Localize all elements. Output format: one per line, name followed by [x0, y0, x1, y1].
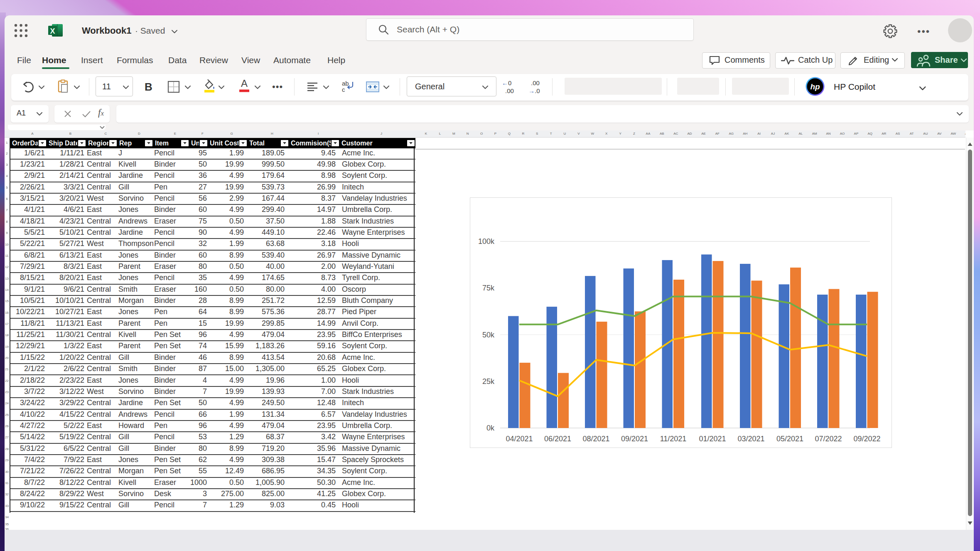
svg-text:08/2021: 08/2021 [582, 435, 609, 443]
svg-text:25k: 25k [482, 377, 495, 386]
svg-text:04/2021: 04/2021 [506, 435, 533, 443]
svg-text:50k: 50k [482, 331, 495, 339]
svg-text:09/2022: 09/2022 [853, 435, 880, 443]
svg-text:09/2021: 09/2021 [621, 435, 648, 443]
svg-text:hp: hp [810, 82, 820, 91]
svg-text:100k: 100k [478, 237, 495, 246]
svg-text:0k: 0k [486, 424, 495, 432]
svg-text:75k: 75k [482, 284, 495, 292]
svg-text:07/2022: 07/2022 [815, 435, 842, 443]
svg-text:06/2021: 06/2021 [544, 435, 571, 443]
svg-text:c: c [342, 86, 345, 93]
svg-text:11/2021: 11/2021 [660, 435, 687, 443]
svg-text:X: X [50, 27, 55, 35]
svg-text:01/2021: 01/2021 [699, 435, 726, 443]
svg-text:03/2021: 03/2021 [737, 435, 764, 443]
svg-text:A: A [241, 78, 248, 89]
svg-text:05/2021: 05/2021 [776, 435, 803, 443]
